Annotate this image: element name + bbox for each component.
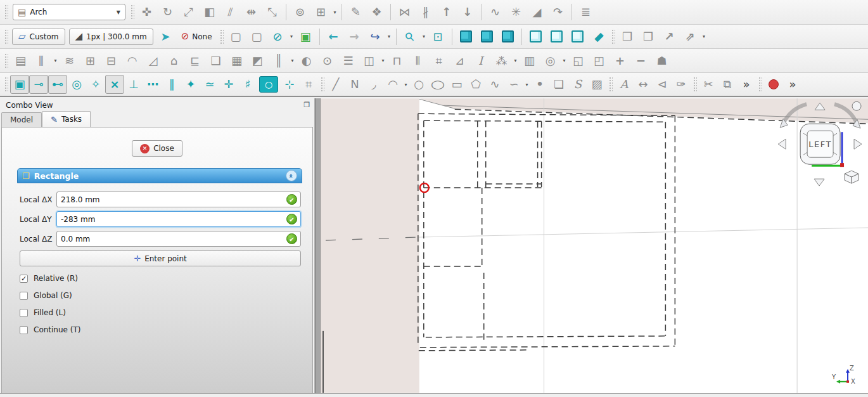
snap-endpoint[interactable]: ⊸: [29, 75, 48, 94]
arch-pipe[interactable]: ◎: [540, 51, 561, 70]
arch-curtain-wall[interactable]: ⊞: [80, 51, 101, 70]
nav-cube-face-label[interactable]: LEFT: [808, 140, 832, 149]
cut[interactable]: ✂: [699, 75, 718, 94]
relative-checkbox[interactable]: ✓: [20, 275, 28, 283]
arch-panel-sheet[interactable]: ◫: [359, 51, 380, 70]
local-x-input[interactable]: [57, 195, 300, 204]
line-width-scale[interactable]: ◢1px | 300.0 mm: [69, 29, 153, 45]
draft-fillet[interactable]: ◞: [364, 75, 383, 94]
stretch[interactable]: ⤡: [262, 3, 283, 22]
arch-equipment[interactable]: ⊟: [101, 51, 122, 70]
nav-forward[interactable]: →: [344, 27, 365, 46]
downgrade[interactable]: ↓: [457, 3, 478, 22]
collapse-section-button[interactable]: «: [286, 170, 297, 181]
arch-space[interactable]: ❑: [205, 51, 226, 70]
panel-splitter[interactable]: [315, 98, 321, 393]
view-rear[interactable]: [525, 27, 546, 46]
join[interactable]: ⋈: [394, 3, 415, 22]
draft-ellipse[interactable]: ○: [428, 75, 447, 94]
draft-label[interactable]: ⊲: [653, 75, 672, 94]
draft-shapestring[interactable]: S: [568, 75, 587, 94]
draft-hatch[interactable]: ▨: [587, 75, 606, 94]
annotation-styles[interactable]: ✑: [672, 75, 691, 94]
draft-rectangle[interactable]: ▭: [447, 75, 466, 94]
dropdown-arrow-icon[interactable]: ▾: [421, 27, 428, 46]
arch-building[interactable]: ⌂: [163, 51, 184, 70]
arch-stairs[interactable]: ☰: [338, 51, 359, 70]
arch-axis[interactable]: ⊙: [317, 51, 338, 70]
open-folder[interactable]: ❐: [638, 27, 659, 46]
draft-arc[interactable]: ◠: [383, 75, 402, 94]
paste[interactable]: ⧉: [718, 75, 737, 94]
upgrade[interactable]: ↑: [436, 3, 457, 22]
close-button[interactable]: ✕ Close: [132, 140, 182, 157]
part-solid[interactable]: ❒: [617, 27, 638, 46]
dropdown-arrow-icon[interactable]: ▾: [331, 3, 338, 22]
snap-dimensions[interactable]: ⊹: [280, 75, 299, 94]
unselect[interactable]: ⊘: [267, 27, 288, 46]
draft-text[interactable]: A: [615, 75, 634, 94]
wire-to-bspline[interactable]: ∿: [485, 3, 506, 22]
export[interactable]: ↗: [659, 27, 680, 46]
nav-back[interactable]: ←: [323, 27, 344, 46]
draft-style-custom[interactable]: ▱Custom: [12, 29, 65, 45]
view-left[interactable]: [567, 27, 588, 46]
arch-cut-with-plane[interactable]: ◱: [568, 51, 589, 70]
nav-arrow-left-icon[interactable]: [778, 139, 786, 149]
arch-remove-component[interactable]: −: [630, 51, 651, 70]
draft-polygon[interactable]: ⬠: [466, 75, 485, 94]
clone[interactable]: ⊚: [290, 3, 310, 22]
record-indicator[interactable]: [764, 75, 783, 94]
trimex[interactable]: ⇹: [241, 3, 262, 22]
arch-add-component[interactable]: +: [610, 51, 630, 70]
select-element-box[interactable]: ▢: [246, 27, 267, 46]
selection-box[interactable]: ▢: [226, 27, 246, 46]
arch-panel[interactable]: ◩: [247, 51, 268, 70]
nav-mini-cube-icon[interactable]: [845, 171, 858, 183]
arch-roof[interactable]: ◿: [143, 51, 163, 70]
draft-edit[interactable]: ✎: [345, 3, 366, 22]
move[interactable]: ✜: [136, 3, 157, 22]
split[interactable]: ∦: [415, 3, 436, 22]
nav-circle-icon[interactable]: [852, 101, 861, 110]
draft-point[interactable]: •: [530, 75, 549, 94]
arch-furniture[interactable]: ⊓: [386, 51, 407, 70]
filled-checkbox[interactable]: [20, 309, 28, 317]
arch-section-plane[interactable]: ◐: [296, 51, 317, 70]
arch-pipe-tools[interactable]: ║: [268, 51, 289, 70]
snap-extension[interactable]: ⋯: [143, 75, 162, 94]
arch-material[interactable]: ⁂: [491, 51, 512, 70]
snap-special[interactable]: ✦: [181, 75, 200, 94]
toolbar-overflow[interactable]: »: [737, 75, 756, 94]
arch-structure[interactable]: ⫼: [31, 51, 52, 70]
draft-facebinder[interactable]: ❏: [549, 75, 568, 94]
snap-parallel[interactable]: ∥: [162, 75, 181, 94]
share-export[interactable]: ⇗: [680, 27, 701, 46]
view-right[interactable]: [497, 27, 518, 46]
view-front[interactable]: [456, 27, 476, 46]
dropdown-arrow-icon[interactable]: ▾: [288, 27, 295, 46]
scale[interactable]: ⤢: [178, 3, 199, 22]
arch-schedule[interactable]: ▥: [519, 51, 540, 70]
viewport-3d[interactable]: LEFT Z Y X: [321, 98, 868, 393]
draft-polyline[interactable]: N: [345, 75, 364, 94]
arch-survey[interactable]: ☗: [651, 51, 672, 70]
local-y-input[interactable]: [57, 215, 300, 224]
arch-profile[interactable]: I: [470, 51, 491, 70]
autogroup-none[interactable]: ⊘None: [176, 29, 217, 45]
subelement-highlight[interactable]: ❖: [366, 3, 387, 22]
draft-circle[interactable]: ○: [409, 75, 428, 94]
arch-fence[interactable]: ⌗: [428, 51, 449, 70]
draft-dimension[interactable]: ↔: [634, 75, 653, 94]
float-panel-icon[interactable]: ❐: [303, 101, 310, 109]
snap-near[interactable]: ≃: [200, 75, 219, 94]
add-point[interactable]: ✳: [506, 3, 527, 22]
tab-tasks[interactable]: ✎Tasks: [42, 111, 91, 127]
dropdown-arrow-icon[interactable]: ▾: [512, 51, 519, 70]
toggle-grid[interactable]: ⌗: [299, 75, 318, 94]
nav-arrow-down-icon[interactable]: [814, 179, 824, 186]
dropdown-arrow-icon[interactable]: ▾: [386, 27, 393, 46]
continue-checkbox[interactable]: [20, 326, 28, 334]
snap-intersection[interactable]: ×: [105, 75, 124, 94]
workbench-selector[interactable]: ▤Arch▼: [13, 4, 125, 20]
